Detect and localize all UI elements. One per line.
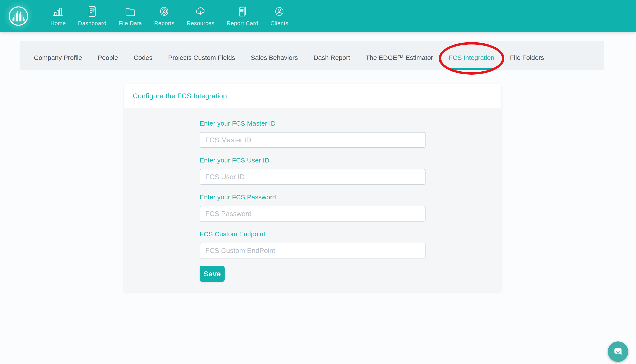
field-label: Enter your FCS Master ID (200, 120, 426, 127)
nav-label: Report Card (227, 20, 258, 27)
bar-chart-icon (52, 6, 64, 18)
tab-codes[interactable]: Codes (126, 46, 160, 70)
nav-item-resources[interactable]: Resources (180, 0, 221, 32)
app-header: Home Dashboard File Data Reports (0, 0, 636, 32)
nav-label: Resources (186, 20, 215, 27)
nav-label: Clients (270, 20, 288, 27)
field-fcs-user-id: Enter your FCS User ID (200, 156, 426, 184)
folder-icon (124, 6, 137, 18)
field-fcs-custom-endpoint: FCS Custom Endpoint (200, 230, 426, 258)
panel-title: Configure the FCS Integration (133, 92, 227, 100)
chat-launcher-button[interactable] (608, 342, 628, 362)
panel-body: Enter your FCS Master ID Enter your FCS … (200, 108, 426, 282)
field-fcs-master-id: Enter your FCS Master ID (200, 120, 426, 148)
documents-icon (236, 6, 249, 18)
field-label: Enter your FCS User ID (200, 156, 426, 164)
chat-bubble-icon (613, 346, 623, 357)
tab-fcs-integration[interactable]: FCS Integration (441, 46, 502, 70)
nav-item-file-data[interactable]: File Data (113, 0, 148, 32)
person-circle-icon (273, 6, 286, 18)
fcs-integration-panel: Configure the FCS Integration Enter your… (124, 84, 501, 292)
nav-label: Home (50, 20, 66, 27)
field-fcs-password: Enter your FCS Password (200, 193, 426, 222)
nav-label: File Data (119, 20, 142, 27)
tab-company-profile[interactable]: Company Profile (26, 46, 90, 70)
fcs-master-id-input[interactable] (200, 132, 426, 148)
tab-file-folders[interactable]: File Folders (502, 46, 552, 70)
top-nav: Home Dashboard File Data Reports (44, 0, 294, 32)
target-icon (158, 6, 170, 18)
nav-item-clients[interactable]: Clients (264, 0, 294, 32)
fcs-custom-endpoint-input[interactable] (200, 243, 426, 258)
nav-item-home[interactable]: Home (44, 0, 72, 32)
equalizer-circle-logo-icon (7, 5, 30, 27)
save-button[interactable]: Save (200, 266, 225, 282)
tab-label: FCS Integration (449, 54, 494, 62)
nav-label: Dashboard (78, 20, 106, 27)
tab-projects-custom-fields[interactable]: Projects Custom Fields (160, 46, 243, 70)
settings-tab-strip: Company Profile People Codes Projects Cu… (20, 41, 604, 70)
field-label: Enter your FCS Password (200, 193, 426, 201)
tab-the-edge-estimator[interactable]: The EDGE™ Estimator (358, 46, 441, 70)
tab-sales-behaviors[interactable]: Sales Behaviors (243, 46, 306, 70)
tab-people[interactable]: People (90, 46, 126, 70)
tab-dash-report[interactable]: Dash Report (306, 46, 358, 70)
nav-item-dashboard[interactable]: Dashboard (72, 0, 113, 32)
cloud-download-icon (194, 6, 207, 18)
fcs-user-id-input[interactable] (200, 169, 426, 184)
nav-item-report-card[interactable]: Report Card (221, 0, 264, 32)
field-label: FCS Custom Endpoint (200, 230, 426, 238)
app-logo[interactable] (0, 0, 37, 32)
fcs-password-input[interactable] (200, 206, 426, 222)
nav-item-reports[interactable]: Reports (148, 0, 180, 32)
panel-header: Configure the FCS Integration (124, 84, 501, 108)
checklist-icon (86, 6, 98, 18)
nav-label: Reports (154, 20, 174, 27)
